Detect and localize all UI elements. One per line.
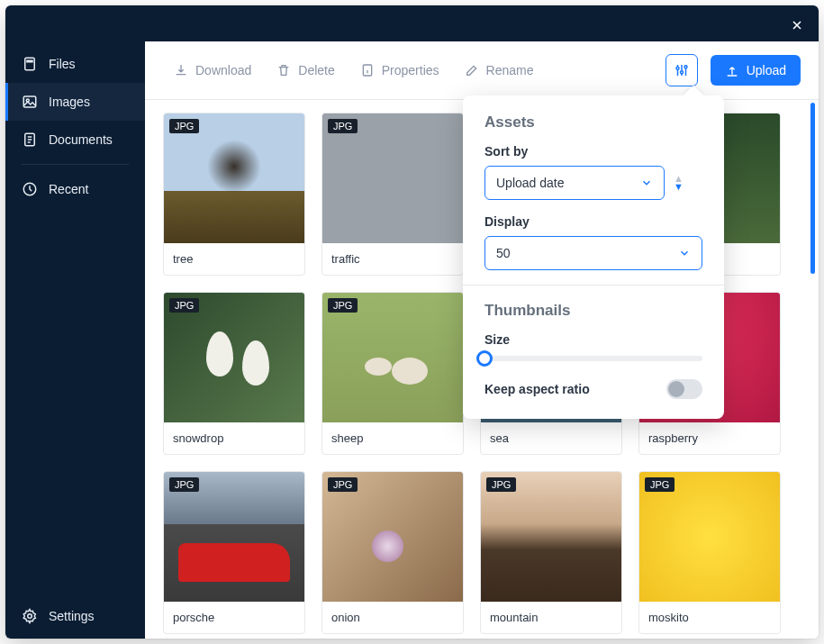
sidebar-settings[interactable]: Settings — [5, 594, 145, 639]
sidebar-item-images[interactable]: Images — [5, 83, 145, 121]
rename-label: Rename — [486, 63, 534, 77]
asset-thumbnail: JPG — [322, 113, 463, 243]
close-icon — [790, 18, 804, 32]
slider-thumb[interactable] — [476, 350, 493, 367]
download-button[interactable]: Download — [163, 56, 262, 85]
toolbar: Download Delete Properties Rename — [145, 41, 819, 100]
popover-assets-title: Assets — [484, 113, 702, 132]
clock-icon — [22, 181, 38, 197]
format-badge: JPG — [169, 119, 199, 133]
size-label: Size — [484, 332, 702, 347]
sliders-icon — [674, 62, 690, 78]
format-badge: JPG — [169, 298, 199, 313]
sidebar-item-recent[interactable]: Recent — [5, 170, 145, 208]
asset-card[interactable]: JPGtree — [163, 113, 305, 276]
aspect-ratio-label: Keep aspect ratio — [484, 382, 590, 396]
asset-name: sheep — [322, 422, 463, 454]
asset-card[interactable]: JPGsnowdrop — [163, 292, 305, 455]
display-label: Display — [484, 214, 702, 229]
svg-rect-1 — [27, 60, 32, 62]
sort-by-label: Sort by — [484, 144, 702, 159]
asset-thumbnail: JPG — [164, 472, 304, 602]
asset-name: tree — [164, 243, 304, 275]
format-badge: JPG — [328, 298, 358, 313]
sidebar-item-label: Recent — [49, 182, 88, 196]
asset-card[interactable]: JPGtraffic — [321, 113, 464, 276]
sidebar-item-label: Documents — [49, 132, 113, 147]
asset-name: sea — [481, 422, 621, 454]
asset-name: onion — [322, 602, 463, 633]
top-strip — [145, 5, 819, 41]
info-icon — [360, 63, 375, 77]
format-badge: JPG — [486, 477, 516, 492]
format-badge: JPG — [645, 477, 675, 492]
asset-thumbnail: JPG — [322, 472, 463, 602]
svg-point-18 — [684, 66, 687, 68]
sort-direction-toggle[interactable]: ▲ ▼ — [674, 175, 684, 191]
aspect-ratio-toggle[interactable] — [666, 379, 702, 399]
upload-icon — [725, 63, 739, 77]
image-icon — [22, 94, 38, 110]
files-icon — [22, 56, 38, 72]
rename-button[interactable]: Rename — [454, 56, 545, 85]
sidebar-item-documents[interactable]: Documents — [5, 121, 145, 159]
sort-desc-icon: ▼ — [674, 183, 684, 191]
format-badge: JPG — [169, 477, 199, 492]
popover-divider — [463, 285, 724, 286]
download-icon — [174, 63, 188, 77]
asset-thumbnail: JPG — [639, 472, 780, 602]
svg-point-16 — [676, 67, 679, 69]
svg-rect-2 — [23, 96, 36, 107]
svg-rect-0 — [25, 58, 35, 70]
svg-point-9 — [28, 614, 32, 619]
sidebar-item-label: Files — [49, 57, 76, 71]
documents-icon — [22, 132, 38, 148]
gear-icon — [22, 608, 38, 624]
asset-card[interactable]: JPGsheep — [321, 292, 464, 455]
delete-button[interactable]: Delete — [266, 56, 345, 85]
popover-thumbs-title: Thumbnails — [484, 302, 702, 320]
trash-icon — [276, 63, 291, 77]
asset-card[interactable]: JPGmoskito — [638, 471, 781, 634]
sort-by-select[interactable]: Upload date — [484, 166, 665, 200]
scrollbar[interactable] — [810, 103, 815, 274]
format-badge: JPG — [328, 477, 358, 492]
asset-card[interactable]: JPGmountain — [480, 471, 622, 634]
sort-by-value: Upload date — [496, 176, 565, 190]
asset-name: porsche — [164, 602, 304, 633]
asset-thumbnail: JPG — [164, 113, 304, 243]
settings-label: Settings — [49, 609, 95, 623]
display-count-select[interactable]: 50 — [484, 236, 702, 270]
asset-name: snowdrop — [164, 422, 304, 454]
download-label: Download — [195, 63, 251, 77]
asset-name: mountain — [481, 602, 621, 633]
asset-name: moskito — [639, 602, 780, 633]
asset-thumbnail: JPG — [481, 472, 621, 602]
thumbnail-size-slider[interactable] — [484, 356, 702, 361]
chevron-down-icon — [678, 247, 691, 259]
sidebar: Files Images Documents Recent Settings — [5, 5, 145, 639]
upload-button[interactable]: Upload — [711, 55, 801, 86]
asset-card[interactable]: JPGporsche — [163, 471, 305, 634]
format-badge: JPG — [328, 119, 358, 133]
sidebar-divider — [22, 164, 129, 165]
delete-label: Delete — [298, 63, 334, 77]
asset-thumbnail: JPG — [322, 293, 463, 422]
chevron-down-icon — [640, 177, 653, 189]
properties-label: Properties — [382, 63, 439, 77]
asset-name: raspberry — [639, 422, 780, 454]
display-value: 50 — [496, 246, 511, 260]
upload-label: Upload — [747, 63, 786, 77]
properties-button[interactable]: Properties — [349, 56, 450, 85]
sidebar-item-files[interactable]: Files — [5, 45, 145, 83]
pencil-icon — [465, 63, 479, 77]
view-options-button[interactable] — [666, 54, 698, 86]
sidebar-item-label: Images — [49, 95, 90, 109]
svg-point-17 — [680, 71, 683, 74]
close-button[interactable] — [790, 14, 804, 38]
asset-thumbnail: JPG — [164, 293, 304, 422]
asset-name: traffic — [322, 243, 463, 275]
asset-card[interactable]: JPGonion — [321, 471, 464, 634]
view-options-popover: Assets Sort by Upload date ▲ ▼ Display 5… — [463, 95, 724, 419]
